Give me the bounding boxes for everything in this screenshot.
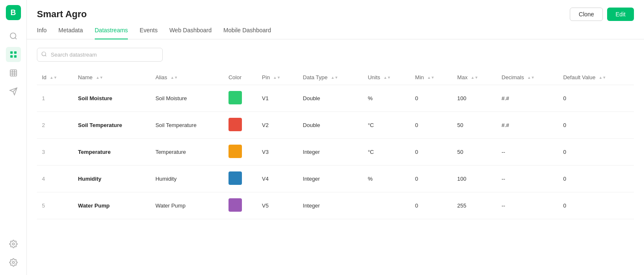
cell-alias: Humidity <box>151 166 223 192</box>
cell-max: 100 <box>452 85 497 112</box>
cell-decimals: -- <box>496 166 558 192</box>
cell-color <box>223 112 257 139</box>
cell-max: 255 <box>452 192 497 219</box>
table-row[interactable]: 4 Humidity Humidity V4 Integer % 0 100 -… <box>37 166 634 192</box>
cell-color <box>223 139 257 166</box>
table-row[interactable]: 1 Soil Moisture Soil Moisture V1 Double … <box>37 85 634 112</box>
cell-alias: Temperature <box>151 139 223 166</box>
table-row[interactable]: 2 Soil Temperature Soil Temperature V2 D… <box>37 112 634 139</box>
svg-point-13 <box>12 243 14 245</box>
svg-point-14 <box>12 262 14 264</box>
sort-min-icon[interactable]: ▲▼ <box>427 76 435 80</box>
tab-datastreams[interactable]: Datastreams <box>95 27 128 39</box>
cell-data-type: Integer <box>298 166 363 192</box>
tab-bar: Info Metadata Datastreams Events Web Das… <box>27 21 644 39</box>
col-header-alias: Alias ▲▼ <box>151 70 223 85</box>
cell-min: 0 <box>410 139 452 166</box>
table-row[interactable]: 3 Temperature Temperature V3 Integer °C … <box>37 139 634 166</box>
col-header-name: Name ▲▼ <box>73 70 151 85</box>
sort-default-icon[interactable]: ▲▼ <box>599 76 606 80</box>
svg-rect-2 <box>10 52 13 54</box>
sidebar-item-grid[interactable] <box>6 47 21 62</box>
cell-default-value: 0 <box>558 139 634 166</box>
color-swatch <box>229 118 242 131</box>
cell-units <box>363 192 410 219</box>
col-header-units: Units ▲▼ <box>363 70 410 85</box>
col-header-id: Id ▲▼ <box>37 70 73 85</box>
col-header-max: Max ▲▼ <box>452 70 497 85</box>
cell-alias: Soil Moisture <box>151 85 223 112</box>
cell-pin: V3 <box>257 139 298 166</box>
sidebar-item-send[interactable] <box>6 84 21 99</box>
col-header-min: Min ▲▼ <box>410 70 452 85</box>
search-input[interactable] <box>37 48 163 62</box>
cell-name: Soil Temperature <box>73 112 151 139</box>
cell-max: 50 <box>452 112 497 139</box>
col-header-pin: Pin ▲▼ <box>257 70 298 85</box>
tab-metadata[interactable]: Metadata <box>58 27 83 39</box>
table-header-row: Id ▲▼ Name ▲▼ Alias ▲▼ Color <box>37 70 634 85</box>
color-swatch <box>229 198 242 212</box>
cell-min: 0 <box>410 85 452 112</box>
cell-id: 5 <box>37 192 73 219</box>
edit-button[interactable]: Edit <box>607 8 634 21</box>
cell-color <box>223 166 257 192</box>
cell-default-value: 0 <box>558 166 634 192</box>
cell-id: 4 <box>37 166 73 192</box>
svg-rect-6 <box>10 70 16 76</box>
cell-data-type: Integer <box>298 139 363 166</box>
sidebar-item-gear[interactable] <box>6 255 21 270</box>
cell-pin: V2 <box>257 112 298 139</box>
col-header-color: Color <box>223 70 257 85</box>
cell-id: 3 <box>37 139 73 166</box>
cell-default-value: 0 <box>558 85 634 112</box>
cell-alias: Water Pump <box>151 192 223 219</box>
col-header-decimals: Decimals ▲▼ <box>496 70 558 85</box>
cell-units: °C <box>363 139 410 166</box>
app-logo: B <box>6 5 21 20</box>
sort-decimals-icon[interactable]: ▲▼ <box>527 76 535 80</box>
col-header-default-value: Default Value ▲▼ <box>558 70 634 85</box>
page-title: Smart Agro <box>37 9 87 20</box>
cell-min: 0 <box>410 112 452 139</box>
svg-point-0 <box>10 33 16 39</box>
svg-line-1 <box>15 38 16 39</box>
main-content: Smart Agro Clone Edit Info Metadata Data… <box>27 0 644 275</box>
sidebar-item-settings[interactable] <box>6 236 21 252</box>
sort-datatype-icon[interactable]: ▲▼ <box>331 76 338 80</box>
content-area: Id ▲▼ Name ▲▼ Alias ▲▼ Color <box>27 39 644 275</box>
cell-units: °C <box>363 112 410 139</box>
color-swatch <box>229 171 242 185</box>
sort-max-icon[interactable]: ▲▼ <box>471 76 478 80</box>
tab-web-dashboard[interactable]: Web Dashboard <box>169 27 212 39</box>
cell-id: 1 <box>37 85 73 112</box>
sort-alias-icon[interactable]: ▲▼ <box>170 76 178 80</box>
tab-info[interactable]: Info <box>37 27 47 39</box>
table-row[interactable]: 5 Water Pump Water Pump V5 Integer 0 255… <box>37 192 634 219</box>
cell-alias: Soil Temperature <box>151 112 223 139</box>
svg-rect-3 <box>14 52 16 54</box>
tab-mobile-dashboard[interactable]: Mobile Dashboard <box>223 27 271 39</box>
cell-name: Humidity <box>73 166 151 192</box>
sidebar-item-chart[interactable] <box>6 65 21 80</box>
sort-id-icon[interactable]: ▲▼ <box>49 76 57 80</box>
tab-events[interactable]: Events <box>140 27 158 39</box>
cell-color <box>223 85 257 112</box>
col-header-data-type: Data Type ▲▼ <box>298 70 363 85</box>
cell-decimals: -- <box>496 192 558 219</box>
cell-units: % <box>363 166 410 192</box>
clone-button[interactable]: Clone <box>570 8 603 21</box>
sort-name-icon[interactable]: ▲▼ <box>96 76 103 80</box>
search-bar <box>37 48 163 62</box>
sidebar: B <box>0 0 27 275</box>
sidebar-item-search[interactable] <box>6 29 21 44</box>
cell-data-type: Integer <box>298 192 363 219</box>
sort-pin-icon[interactable]: ▲▼ <box>273 76 280 80</box>
cell-name: Water Pump <box>73 192 151 219</box>
sort-units-icon[interactable]: ▲▼ <box>383 76 391 80</box>
cell-min: 0 <box>410 166 452 192</box>
cell-data-type: Double <box>298 85 363 112</box>
cell-pin: V1 <box>257 85 298 112</box>
cell-id: 2 <box>37 112 73 139</box>
cell-decimals: #.# <box>496 85 558 112</box>
